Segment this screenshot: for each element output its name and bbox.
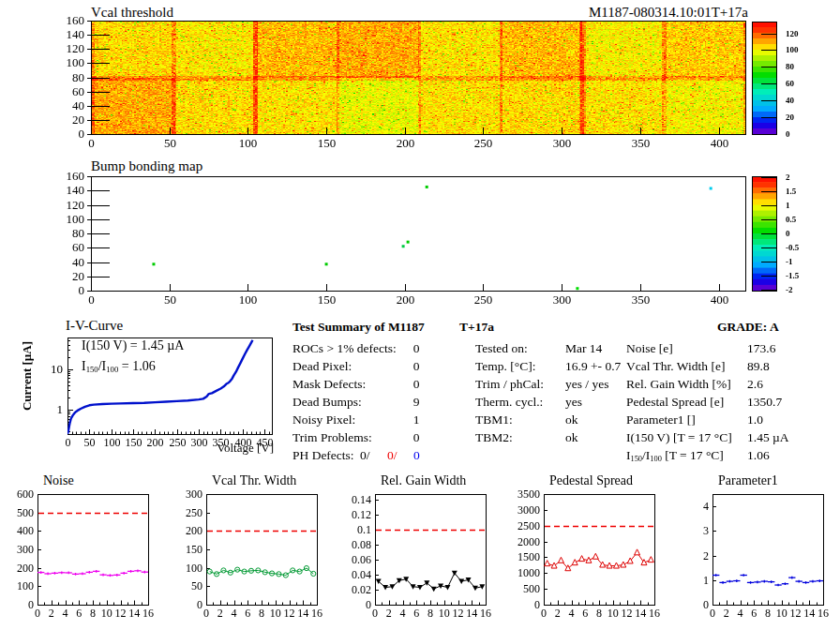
- summary-value: 1.06: [747, 448, 770, 463]
- summary-label: Parameter1 []: [626, 412, 696, 428]
- summary-label: Temp. [°C]:: [475, 359, 535, 374]
- summary-value: yes: [565, 395, 582, 410]
- summary-value: ok: [565, 430, 578, 445]
- summary-title-temp: T+17a: [459, 320, 494, 335]
- vcal-width-plot-panel: Vcal Thr. Width: [171, 472, 334, 627]
- summary-label: Trim Problems:: [292, 430, 372, 445]
- summary-value: 1.0: [747, 412, 763, 428]
- summary-value: ok: [565, 412, 578, 428]
- summary-label: Tested on:: [475, 341, 528, 356]
- summary-label: Trim / phCal:: [475, 377, 544, 392]
- summary-label: Noisy Pixel:: [292, 412, 355, 428]
- parameter1-plot-panel: Parameter1: [677, 472, 840, 627]
- summary-value: 0: [405, 359, 428, 374]
- summary-label: Therm. cycl.:: [475, 395, 543, 410]
- grade-badge: GRADE: A: [717, 320, 779, 335]
- summary-value: yes / yes: [565, 377, 609, 392]
- gain-width-trend-plot: [339, 483, 502, 623]
- summary-label: Rel. Gain Width [%]: [626, 377, 731, 392]
- summary-label: Noise [e]: [626, 341, 673, 356]
- subscript-text: 100: [106, 365, 118, 374]
- summary-value: 1350.7: [747, 395, 782, 410]
- annotation-text: [T = 17 °C]: [662, 448, 724, 462]
- pedestal-plot-panel: Pedestal Spread: [508, 472, 671, 627]
- summary-value: 16.9 +- 0.7: [565, 359, 621, 374]
- summary-label: TBM2:: [475, 430, 513, 445]
- summary-value: 2.6: [747, 377, 763, 392]
- summary-label: I(150 V) [T = 17 °C]: [626, 430, 732, 445]
- vcal-threshold-heatmap: [52, 17, 749, 152]
- summary-label: I150/I100 [T = 17 °C]: [626, 448, 724, 463]
- iv-annotation-ratio: I150/I100 = 1.06: [82, 359, 156, 374]
- summary-label: Mask Defects:: [292, 377, 366, 392]
- summary-label: Pedestal Spread [e]: [626, 395, 724, 410]
- summary-value: 173.6: [747, 341, 775, 356]
- test-summary-panel: Test Summary of M1187 T+17a GRADE: A ROC…: [281, 315, 840, 469]
- summary-label: TBM1:: [475, 412, 513, 428]
- iv-y-axis-label: Current [µA]: [20, 320, 35, 432]
- summary-label: Dead Bumps:: [292, 395, 362, 410]
- annotation-text: = 1.06: [118, 359, 155, 373]
- vcal-colorbar: [750, 17, 836, 152]
- ph-defects-value: 0: [413, 448, 420, 463]
- annotation-text: /I: [98, 359, 107, 373]
- summary-value: 0: [405, 430, 428, 445]
- summary-value: 9: [405, 395, 428, 410]
- summary-value: Mar 14: [565, 341, 602, 356]
- test-report-page: { "header": { "run_title": "M1187-080314…: [0, 0, 840, 630]
- vcal-width-trend-plot: [171, 483, 334, 623]
- summary-value: 1.45 µA: [747, 430, 789, 445]
- bump-bonding-heatmap: [52, 171, 749, 309]
- summary-label: Dead Pixel:: [292, 359, 352, 374]
- parameter1-trend-plot: [677, 483, 840, 623]
- subscript-text: 150: [86, 365, 98, 374]
- summary-title: Test Summary of M1187: [292, 320, 425, 335]
- summary-value: 1: [405, 412, 428, 428]
- bump-colorbar: [750, 171, 836, 309]
- subscript-text: 100: [650, 455, 662, 463]
- gain-width-plot-panel: Rel. Gain Width: [339, 472, 502, 627]
- summary-label: ROCs > 1% defects:: [292, 341, 397, 356]
- summary-value: 89.8: [747, 359, 770, 374]
- noise-trend-plot: [2, 483, 165, 623]
- iv-x-axis-label: Voltage [V]: [169, 441, 274, 456]
- pedestal-trend-plot: [508, 483, 671, 623]
- summary-label: Vcal Thr. Width [e]: [626, 359, 725, 374]
- ph-defects-value: 0/: [360, 448, 370, 463]
- summary-label: PH Defects:: [292, 448, 354, 463]
- summary-value: 0: [405, 341, 428, 356]
- subscript-text: 150: [631, 455, 643, 463]
- summary-value: 0: [405, 377, 428, 392]
- noise-plot-panel: Noise: [2, 472, 165, 627]
- iv-annotation-current: I(150 V) = 1.45 µA: [82, 338, 184, 353]
- ph-defects-value: 0/: [387, 448, 398, 463]
